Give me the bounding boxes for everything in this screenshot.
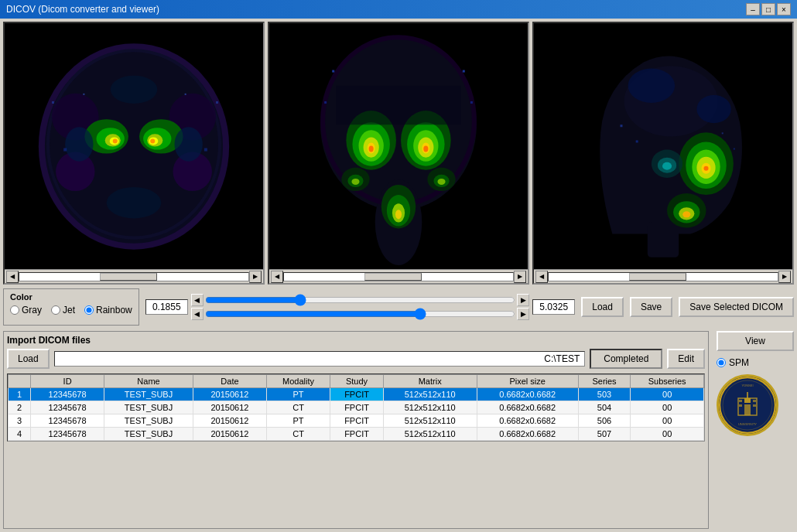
rainbow-radio[interactable] xyxy=(84,305,94,315)
svg-rect-35 xyxy=(463,70,465,73)
right-panel: View SPM xyxy=(717,331,794,529)
table-row[interactable]: 412345678TEST_SUBJ20150612CTFPCIT512x512… xyxy=(9,428,704,441)
col-header-series: Series xyxy=(578,375,631,388)
spm-text: SPM xyxy=(729,357,749,368)
scroll-left-arrow[interactable]: ◀ xyxy=(6,271,19,283)
path-display: C:\TEST xyxy=(54,351,586,367)
window-controls: – □ × xyxy=(746,3,791,15)
col-header-name: Name xyxy=(104,375,193,388)
table-cell: CT xyxy=(266,401,330,414)
save-button[interactable]: Save xyxy=(630,297,672,317)
table-cell: 12345678 xyxy=(31,428,104,441)
svg-rect-77 xyxy=(636,140,638,142)
bottom-section: Import DICOM files Load C:\TEST Complete… xyxy=(3,331,794,529)
range-group: 0.1855 ◀ ▶ ◀ ▶ 5.0325 xyxy=(145,294,575,320)
close-button[interactable]: × xyxy=(777,3,791,15)
maximize-button[interactable]: □ xyxy=(761,3,775,15)
import-section: Import DICOM files Load C:\TEST Complete… xyxy=(3,331,709,529)
view-button[interactable]: View xyxy=(717,331,794,351)
minimize-button[interactable]: – xyxy=(746,3,760,15)
svg-rect-90 xyxy=(753,400,756,402)
table-cell: 507 xyxy=(578,428,631,441)
color-options: Gray Jet Rainbow xyxy=(10,305,132,315)
axial-scrollbar[interactable]: ◀ ▶ xyxy=(5,269,263,283)
load-button[interactable]: Load xyxy=(581,297,624,317)
table-cell: FPCIT xyxy=(330,401,383,414)
gray-radio-label[interactable]: Gray xyxy=(10,305,42,315)
range-right-arrow[interactable]: ▶ xyxy=(517,294,529,306)
table-cell: 20150612 xyxy=(193,401,267,414)
axial-brain-image xyxy=(5,23,263,269)
svg-rect-25 xyxy=(63,148,67,152)
jet-label: Jet xyxy=(63,305,75,315)
table-cell: 12345678 xyxy=(31,388,104,401)
svg-rect-86 xyxy=(744,404,751,415)
university-logo: YONSEI UNIVERSITY xyxy=(717,374,778,436)
svg-rect-79 xyxy=(734,148,735,150)
svg-rect-34 xyxy=(332,70,334,73)
svg-rect-24 xyxy=(216,101,218,104)
svg-text:YONSEI: YONSEI xyxy=(741,384,753,387)
table-cell: 512x512x110 xyxy=(383,388,477,401)
range-slider-top[interactable] xyxy=(205,295,515,305)
table-cell: 512x512x110 xyxy=(383,428,477,441)
import-area: Import DICOM files Load C:\TEST Complete… xyxy=(3,331,709,529)
coronal-scroll-left[interactable]: ◀ xyxy=(271,271,283,283)
svg-point-69 xyxy=(703,166,708,171)
svg-rect-62 xyxy=(648,222,679,257)
axial-viewer: ◀ ▶ xyxy=(3,22,265,285)
import-load-button[interactable]: Load xyxy=(7,349,50,369)
coronal-viewer: ◀ ▶ xyxy=(268,22,529,285)
main-content: ◀ ▶ xyxy=(0,19,797,532)
table-cell: 2 xyxy=(9,401,31,414)
svg-rect-27 xyxy=(83,94,84,95)
save-selected-button[interactable]: Save Selected DICOM xyxy=(679,297,794,317)
svg-point-58 xyxy=(351,179,359,185)
range-slider-bottom[interactable] xyxy=(205,309,515,319)
scroll-right-arrow[interactable]: ▶ xyxy=(249,271,262,283)
gray-radio[interactable] xyxy=(10,305,19,315)
table-row[interactable]: 312345678TEST_SUBJ20150612PTFPCIT512x512… xyxy=(9,414,704,428)
status-display: Completed xyxy=(590,349,662,369)
svg-point-82 xyxy=(662,162,672,170)
svg-point-59 xyxy=(437,179,445,185)
title-bar: DICOV (Dicom converter and viewer) – □ × xyxy=(0,0,797,19)
range-right-arrow2[interactable]: ▶ xyxy=(517,308,529,320)
table-row[interactable]: 112345678TEST_SUBJ20150612PTFPCIT512x512… xyxy=(9,388,704,401)
col-header-matrix: Matrix xyxy=(383,375,477,388)
svg-point-20 xyxy=(174,127,202,161)
edit-button[interactable]: Edit xyxy=(667,349,705,369)
svg-point-53 xyxy=(395,210,402,219)
spm-label[interactable]: SPM xyxy=(717,357,794,368)
coronal-scrollbar[interactable]: ◀ ▶ xyxy=(269,269,528,283)
table-cell: TEST_SUBJ xyxy=(104,414,193,428)
col-header-id: ID xyxy=(31,375,104,388)
coronal-scroll-right[interactable]: ▶ xyxy=(514,271,526,283)
table-cell: 12345678 xyxy=(31,401,104,414)
svg-rect-91 xyxy=(739,404,742,407)
range-up-arrow[interactable]: ◀ xyxy=(191,294,204,306)
svg-point-18 xyxy=(150,138,155,143)
dicom-table: ID Name Date Modality Study Matrix Pixel… xyxy=(8,374,704,441)
max-value-display: 5.0325 xyxy=(532,299,575,315)
sagittal-canvas xyxy=(534,23,792,269)
min-value-display: 0.1855 xyxy=(145,299,188,315)
sagittal-scroll-left[interactable]: ◀ xyxy=(535,271,548,283)
spm-radio[interactable] xyxy=(717,358,726,367)
viewers-row: ◀ ▶ xyxy=(3,22,794,285)
svg-rect-37 xyxy=(470,101,473,104)
svg-point-75 xyxy=(696,95,730,123)
range-left-arrow[interactable]: ◀ xyxy=(191,308,204,320)
table-row[interactable]: 212345678TEST_SUBJ20150612CTFPCIT512x512… xyxy=(9,401,704,414)
jet-radio-label[interactable]: Jet xyxy=(51,305,75,315)
table-cell: PT xyxy=(266,388,330,401)
jet-radio[interactable] xyxy=(51,305,60,315)
col-header-modality: Modality xyxy=(266,375,330,388)
sagittal-scrollbar[interactable]: ◀ ▶ xyxy=(534,269,792,283)
table-cell: 20150612 xyxy=(193,388,267,401)
svg-rect-92 xyxy=(753,404,756,407)
rainbow-radio-label[interactable]: Rainbow xyxy=(84,305,132,315)
sagittal-scroll-right[interactable]: ▶ xyxy=(778,271,791,283)
table-cell: 503 xyxy=(578,388,631,401)
gray-label: Gray xyxy=(22,305,42,315)
